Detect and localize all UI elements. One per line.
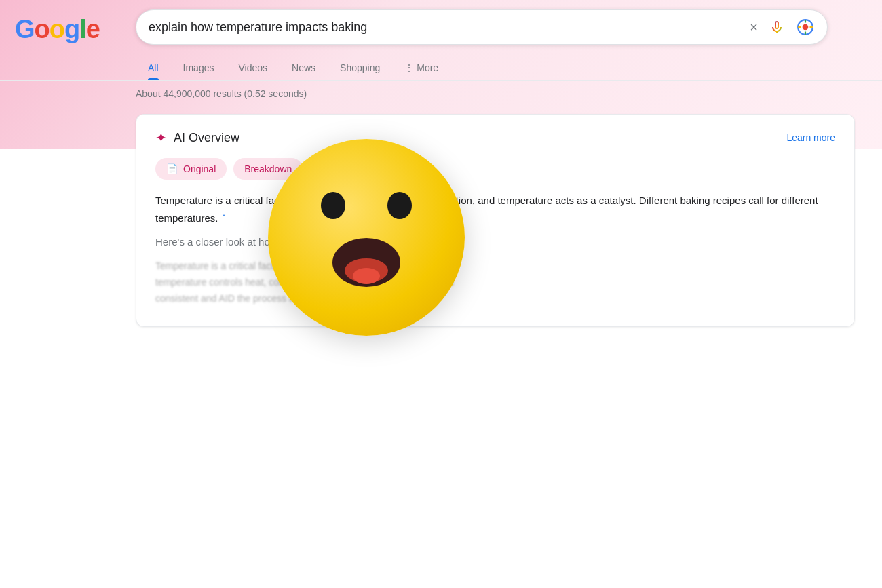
blurred-line-1: Temperature is a critical factor in baki… [155, 258, 835, 275]
more-label: More [417, 62, 438, 73]
ai-overview-panel: ✦ AI Overview Learn more 📄 Original Brea… [136, 114, 855, 327]
document-icon: 📄 [166, 163, 178, 174]
search-icons: × [750, 18, 815, 37]
nav-divider [0, 80, 882, 81]
logo-e: e [86, 15, 100, 43]
expand-chevron-icon[interactable]: ˅ [221, 213, 227, 224]
search-input[interactable]: explain how temperature impacts baking [149, 20, 750, 35]
results-count: About 44,900,000 results (0.52 seconds) [136, 88, 307, 99]
logo-g: G [15, 15, 35, 43]
tab-news[interactable]: News [280, 56, 328, 80]
original-pill-label: Original [183, 163, 216, 174]
ai-overview-header: ✦ AI Overview Learn more [155, 130, 835, 146]
tab-videos[interactable]: Videos [226, 56, 280, 80]
ai-main-text: Temperature is a critical factor in baki… [155, 195, 818, 224]
ai-content-main: Temperature is a critical factor in baki… [155, 192, 835, 228]
nav-tabs: All Images Videos News Shopping ⋮ More [136, 56, 450, 80]
ai-closer-look-text: Here's a closer look at how temperature … [155, 236, 835, 248]
tab-all[interactable]: All [136, 56, 171, 80]
ai-overview-label: AI Overview [174, 131, 239, 145]
logo-g2: g [64, 15, 79, 43]
search-bar: explain how temperature impacts baking × [136, 9, 828, 45]
ai-blurred-content: Temperature is a critical factor in baki… [155, 258, 835, 307]
original-pill-button[interactable]: 📄 Original [155, 158, 227, 180]
blurred-line-2: temperature controls heat, color and moi… [155, 275, 835, 291]
breakdown-pill-label: Breakdown [244, 163, 292, 174]
ai-star-icon: ✦ [155, 130, 167, 146]
pill-buttons: 📄 Original Breakdown [155, 158, 835, 180]
dots-icon: ⋮ [404, 62, 414, 73]
google-logo: Google [15, 15, 100, 44]
logo-o2: o [50, 15, 64, 43]
tab-shopping[interactable]: Shopping [328, 56, 392, 80]
breakdown-pill-button[interactable]: Breakdown [233, 158, 303, 180]
clear-icon[interactable]: × [750, 20, 758, 35]
lens-icon[interactable] [796, 18, 815, 37]
tab-images[interactable]: Images [171, 56, 227, 80]
learn-more-link[interactable]: Learn more [786, 132, 835, 143]
blurred-line-3: consistent and AID the process and give … [155, 291, 835, 307]
svg-point-1 [803, 24, 809, 31]
ai-overview-title: ✦ AI Overview [155, 130, 239, 146]
logo-o1: o [35, 15, 50, 43]
logo-l: l [79, 15, 86, 43]
more-menu[interactable]: ⋮ More [392, 56, 450, 80]
microphone-icon[interactable] [767, 18, 786, 37]
